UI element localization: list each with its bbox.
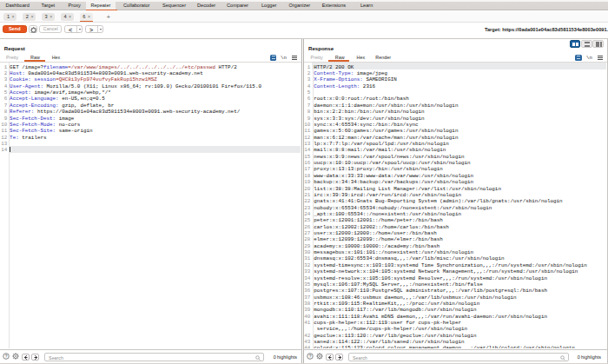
svg-text:?: ? [309, 354, 312, 359]
svg-text:?: ? [5, 354, 8, 359]
